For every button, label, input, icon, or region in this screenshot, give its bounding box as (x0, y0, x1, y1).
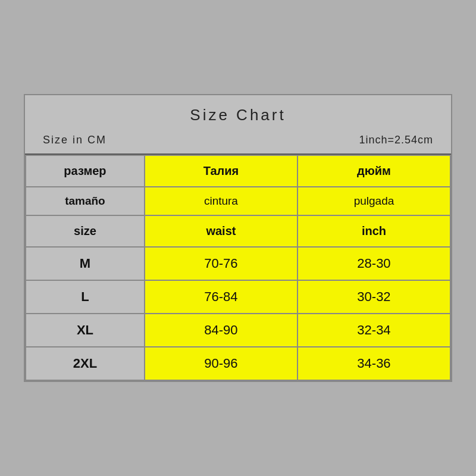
header-row-english: size waist inch (26, 215, 450, 247)
cell-inch: 32-34 (298, 314, 450, 347)
header-inch-english: inch (298, 215, 450, 247)
table-row: 2XL90-9634-36 (26, 347, 450, 380)
cell-waist: 90-96 (145, 347, 298, 380)
cell-size: M (26, 247, 145, 280)
size-table: размер Талия дюйм tamaño cintura pulgada… (25, 155, 451, 381)
cell-inch: 30-32 (298, 280, 450, 314)
header-size-russian: размер (26, 155, 145, 187)
subtitle-row: Size in CM 1inch=2.54cm (25, 130, 451, 154)
cell-size: 2XL (26, 347, 145, 380)
cell-size: L (26, 280, 145, 314)
table-wrapper: размер Талия дюйм tamaño cintura pulgada… (25, 154, 451, 381)
header-size-spanish: tamaño (26, 187, 145, 215)
header-inch-russian: дюйм (298, 155, 450, 187)
header-size-english: size (26, 215, 145, 247)
header-waist-russian: Талия (145, 155, 298, 187)
chart-title: Size Chart (31, 106, 445, 124)
cell-inch: 34-36 (298, 347, 450, 380)
header-row-russian: размер Талия дюйм (26, 155, 450, 187)
table-row: M70-7628-30 (26, 247, 450, 280)
cell-size: XL (26, 314, 145, 347)
subtitle-left: Size in CM (43, 134, 107, 146)
size-chart-container: Size Chart Size in CM 1inch=2.54cm разме… (24, 94, 452, 382)
cell-waist: 70-76 (145, 247, 298, 280)
header-inch-spanish: pulgada (298, 187, 450, 215)
subtitle-right: 1inch=2.54cm (359, 134, 433, 146)
cell-waist: 84-90 (145, 314, 298, 347)
header-waist-english: waist (145, 215, 298, 247)
header-row-spanish: tamaño cintura pulgada (26, 187, 450, 215)
cell-waist: 76-84 (145, 280, 298, 314)
cell-inch: 28-30 (298, 247, 450, 280)
table-row: XL84-9032-34 (26, 314, 450, 347)
header-waist-spanish: cintura (145, 187, 298, 215)
title-section: Size Chart (25, 95, 451, 130)
table-row: L76-8430-32 (26, 280, 450, 314)
